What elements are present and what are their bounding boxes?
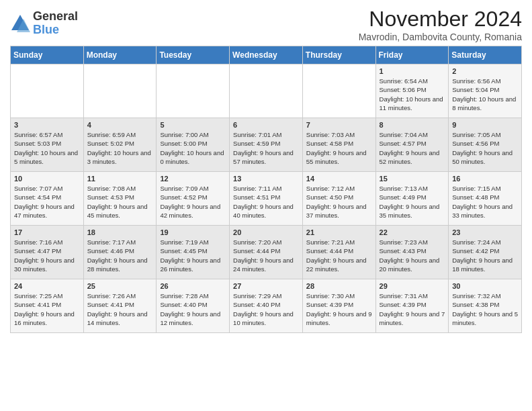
day-info: Sunrise: 7:05 AM Sunset: 4:56 PM Dayligh… (452, 130, 518, 166)
calendar-table: SundayMondayTuesdayWednesdayThursdayFrid… (10, 46, 522, 333)
calendar-cell: 12Sunrise: 7:09 AM Sunset: 4:52 PM Dayli… (157, 172, 230, 226)
calendar-cell: 3Sunrise: 6:57 AM Sunset: 5:03 PM Daylig… (11, 118, 84, 172)
day-info: Sunrise: 7:11 AM Sunset: 4:51 PM Dayligh… (233, 184, 299, 220)
day-number: 28 (306, 282, 372, 290)
day-info: Sunrise: 6:54 AM Sunset: 5:06 PM Dayligh… (380, 77, 445, 112)
calendar-cell: 18Sunrise: 7:17 AM Sunset: 4:46 PM Dayli… (83, 226, 157, 279)
weekday-header-sunday: Sunday (11, 46, 84, 64)
calendar-cell: 19Sunrise: 7:19 AM Sunset: 4:45 PM Dayli… (157, 226, 230, 279)
day-info: Sunrise: 7:09 AM Sunset: 4:52 PM Dayligh… (160, 184, 226, 220)
day-number: 23 (452, 228, 518, 236)
day-info: Sunrise: 7:20 AM Sunset: 4:44 PM Dayligh… (233, 238, 299, 273)
day-info: Sunrise: 7:15 AM Sunset: 4:48 PM Dayligh… (452, 184, 518, 220)
calendar-cell: 27Sunrise: 7:29 AM Sunset: 4:40 PM Dayli… (230, 279, 303, 333)
calendar-week-row: 10Sunrise: 7:07 AM Sunset: 4:54 PM Dayli… (11, 172, 522, 226)
calendar-cell: 14Sunrise: 7:12 AM Sunset: 4:50 PM Dayli… (302, 172, 375, 226)
day-number: 27 (233, 282, 299, 290)
day-info: Sunrise: 6:59 AM Sunset: 5:02 PM Dayligh… (87, 130, 153, 166)
logo: General Blue (10, 10, 78, 37)
day-number: 14 (306, 175, 372, 183)
title-section: November 2024 Mavrodin, Dambovita County… (359, 7, 522, 42)
day-info: Sunrise: 6:57 AM Sunset: 5:03 PM Dayligh… (14, 130, 80, 166)
logo-text: General Blue (33, 10, 78, 37)
logo-icon (10, 13, 30, 34)
day-info: Sunrise: 7:00 AM Sunset: 5:00 PM Dayligh… (160, 130, 226, 166)
calendar-cell: 15Sunrise: 7:13 AM Sunset: 4:49 PM Dayli… (375, 172, 449, 226)
day-number: 26 (160, 282, 226, 290)
day-info: Sunrise: 7:32 AM Sunset: 4:38 PM Dayligh… (452, 291, 518, 327)
day-info: Sunrise: 7:25 AM Sunset: 4:41 PM Dayligh… (14, 291, 80, 327)
day-number: 25 (87, 282, 153, 290)
calendar-cell: 9Sunrise: 7:05 AM Sunset: 4:56 PM Daylig… (449, 118, 522, 172)
calendar-cell: 10Sunrise: 7:07 AM Sunset: 4:54 PM Dayli… (11, 172, 84, 226)
calendar-cell: 16Sunrise: 7:15 AM Sunset: 4:48 PM Dayli… (449, 172, 522, 226)
calendar-cell: 13Sunrise: 7:11 AM Sunset: 4:51 PM Dayli… (230, 172, 303, 226)
calendar-cell (230, 64, 303, 118)
day-info: Sunrise: 7:21 AM Sunset: 4:44 PM Dayligh… (306, 238, 372, 273)
day-number: 16 (452, 175, 518, 183)
calendar-cell (11, 64, 84, 118)
day-number: 2 (452, 67, 518, 75)
day-number: 24 (14, 282, 80, 290)
day-number: 9 (452, 121, 518, 129)
day-info: Sunrise: 7:24 AM Sunset: 4:42 PM Dayligh… (452, 238, 518, 273)
day-number: 21 (306, 228, 372, 236)
calendar-cell: 8Sunrise: 7:04 AM Sunset: 4:57 PM Daylig… (375, 118, 449, 172)
calendar-cell: 30Sunrise: 7:32 AM Sunset: 4:38 PM Dayli… (449, 279, 522, 333)
day-info: Sunrise: 7:30 AM Sunset: 4:39 PM Dayligh… (306, 291, 372, 327)
day-info: Sunrise: 7:31 AM Sunset: 4:39 PM Dayligh… (380, 291, 445, 327)
weekday-header-row: SundayMondayTuesdayWednesdayThursdayFrid… (11, 46, 522, 64)
calendar-cell: 1Sunrise: 6:54 AM Sunset: 5:06 PM Daylig… (375, 64, 449, 118)
day-number: 13 (233, 175, 299, 183)
calendar-week-row: 1Sunrise: 6:54 AM Sunset: 5:06 PM Daylig… (11, 64, 522, 118)
calendar-cell: 20Sunrise: 7:20 AM Sunset: 4:44 PM Dayli… (230, 226, 303, 279)
day-info: Sunrise: 7:08 AM Sunset: 4:53 PM Dayligh… (87, 184, 153, 220)
day-number: 19 (160, 228, 226, 236)
calendar-cell: 2Sunrise: 6:56 AM Sunset: 5:04 PM Daylig… (449, 64, 522, 118)
calendar-cell: 6Sunrise: 7:01 AM Sunset: 4:59 PM Daylig… (230, 118, 303, 172)
day-info: Sunrise: 7:16 AM Sunset: 4:47 PM Dayligh… (14, 238, 80, 273)
day-info: Sunrise: 7:23 AM Sunset: 4:43 PM Dayligh… (380, 238, 445, 273)
day-info: Sunrise: 7:03 AM Sunset: 4:58 PM Dayligh… (306, 130, 372, 166)
calendar-cell: 24Sunrise: 7:25 AM Sunset: 4:41 PM Dayli… (11, 279, 84, 333)
month-title: November 2024 (359, 7, 522, 32)
day-number: 6 (233, 121, 299, 129)
day-number: 11 (87, 175, 153, 183)
calendar-cell: 7Sunrise: 7:03 AM Sunset: 4:58 PM Daylig… (302, 118, 375, 172)
page-header: General Blue November 2024 Mavrodin, Dam… (10, 7, 522, 42)
weekday-header-monday: Monday (83, 46, 157, 64)
day-info: Sunrise: 7:17 AM Sunset: 4:46 PM Dayligh… (87, 238, 153, 273)
day-info: Sunrise: 7:29 AM Sunset: 4:40 PM Dayligh… (233, 291, 299, 327)
calendar-cell (302, 64, 375, 118)
day-number: 3 (14, 121, 80, 129)
day-info: Sunrise: 7:01 AM Sunset: 4:59 PM Dayligh… (233, 130, 299, 166)
weekday-header-saturday: Saturday (449, 46, 522, 64)
day-number: 1 (380, 67, 445, 75)
calendar-cell (83, 64, 157, 118)
day-info: Sunrise: 7:13 AM Sunset: 4:49 PM Dayligh… (380, 184, 445, 220)
weekday-header-friday: Friday (375, 46, 449, 64)
calendar-cell: 22Sunrise: 7:23 AM Sunset: 4:43 PM Dayli… (375, 226, 449, 279)
day-number: 4 (87, 121, 153, 129)
day-number: 20 (233, 228, 299, 236)
calendar-week-row: 17Sunrise: 7:16 AM Sunset: 4:47 PM Dayli… (11, 226, 522, 279)
calendar-cell (157, 64, 230, 118)
weekday-header-wednesday: Wednesday (230, 46, 303, 64)
day-info: Sunrise: 7:12 AM Sunset: 4:50 PM Dayligh… (306, 184, 372, 220)
day-number: 7 (306, 121, 372, 129)
day-info: Sunrise: 6:56 AM Sunset: 5:04 PM Dayligh… (452, 77, 518, 112)
day-info: Sunrise: 7:26 AM Sunset: 4:41 PM Dayligh… (87, 291, 153, 327)
day-number: 30 (452, 282, 518, 290)
calendar-cell: 23Sunrise: 7:24 AM Sunset: 4:42 PM Dayli… (449, 226, 522, 279)
weekday-header-thursday: Thursday (302, 46, 375, 64)
calendar-cell: 4Sunrise: 6:59 AM Sunset: 5:02 PM Daylig… (83, 118, 157, 172)
calendar-cell: 28Sunrise: 7:30 AM Sunset: 4:39 PM Dayli… (302, 279, 375, 333)
day-info: Sunrise: 7:28 AM Sunset: 4:40 PM Dayligh… (160, 291, 226, 327)
day-info: Sunrise: 7:19 AM Sunset: 4:45 PM Dayligh… (160, 238, 226, 273)
calendar-cell: 21Sunrise: 7:21 AM Sunset: 4:44 PM Dayli… (302, 226, 375, 279)
calendar-cell: 17Sunrise: 7:16 AM Sunset: 4:47 PM Dayli… (11, 226, 84, 279)
day-number: 18 (87, 228, 153, 236)
day-number: 12 (160, 175, 226, 183)
logo-general: General (33, 10, 78, 24)
calendar-week-row: 3Sunrise: 6:57 AM Sunset: 5:03 PM Daylig… (11, 118, 522, 172)
